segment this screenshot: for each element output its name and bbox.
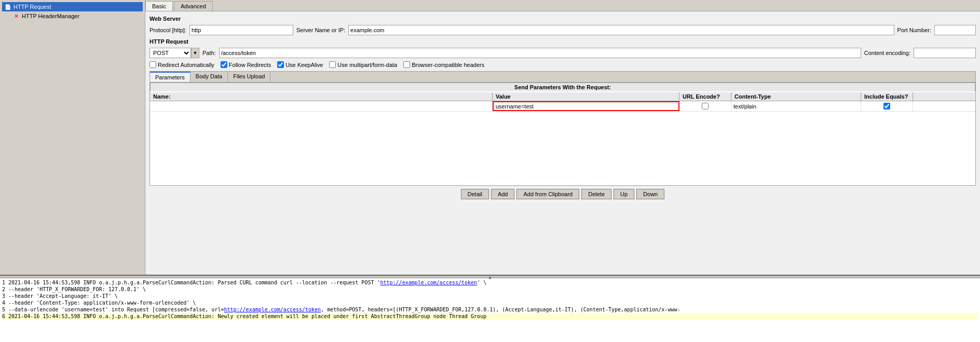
params-table-area: Send Parameters With the Request: Name: …: [149, 82, 976, 186]
table-row: username=test text/plain: [150, 101, 975, 112]
sub-tab-files[interactable]: Files Upload: [228, 72, 270, 82]
sub-tab-parameters[interactable]: Parameters: [150, 72, 190, 82]
log-line-6: 6 2021-04-16 15:44:53,598 INFO o.a.j.p.h…: [2, 313, 978, 320]
header-urlencode: URL Encode?: [679, 92, 731, 101]
server-label: Server Name or IP:: [296, 27, 345, 33]
checkbox-keepalive-input[interactable]: [277, 61, 284, 68]
checkbox-redirect[interactable]: Redirect Automatically: [149, 61, 214, 68]
sidebar-item-label-http-request: HTTP Request: [13, 4, 51, 10]
sidebar-item-http-request[interactable]: 📄 HTTP Request: [2, 2, 143, 11]
cell-urlencode: [679, 101, 731, 111]
protocol-label: Protocol [http]:: [149, 27, 186, 33]
checkbox-redirect-label: Redirect Automatically: [158, 62, 214, 68]
checkboxes-row: Redirect Automatically Follow Redirects …: [149, 61, 976, 68]
checkbox-browser-input[interactable]: [403, 61, 410, 68]
sidebar-item-label-header-manager: HTTP HeaderManager: [22, 13, 79, 19]
content-encoding-label: Content encoding:: [864, 50, 910, 56]
send-params-title: Send Parameters With the Request:: [150, 83, 975, 91]
sub-tabs-bar: Parameters Body Data Files Upload: [149, 71, 976, 82]
action-buttons: Detail Add Add from Clipboard Delete Up …: [149, 186, 976, 202]
checkbox-multipart[interactable]: Use multipart/form-data: [329, 61, 397, 68]
log-line-3: 3 --header 'Accept-Language: it-IT' \: [2, 293, 978, 299]
protocol-input[interactable]: [189, 25, 293, 35]
web-server-row: Protocol [http]: Server Name or IP: Port…: [149, 25, 976, 35]
path-input[interactable]: [219, 48, 861, 58]
cell-equals: [861, 101, 913, 111]
checkbox-follow-label: Follow Redirects: [229, 62, 271, 68]
add-from-clipboard-button[interactable]: Add from Clipboard: [516, 189, 579, 199]
sidebar: 📄 HTTP Request ✕ HTTP HeaderManager: [0, 0, 145, 275]
header-equals: Include Equals?: [861, 92, 913, 101]
web-server-title: Web Server: [149, 16, 976, 22]
log-link-1[interactable]: http://example.com/access/token: [380, 280, 477, 285]
checkbox-multipart-label: Use multipart/form-data: [337, 62, 397, 68]
tab-basic[interactable]: Basic: [145, 1, 173, 11]
add-button[interactable]: Add: [491, 189, 515, 199]
header-contenttype: Content-Type: [731, 92, 861, 101]
panel: Web Server Protocol [http]: Server Name …: [145, 11, 980, 207]
log-area: ▲ 1 2021-04-16 15:44:53,598 INFO o.a.j.p…: [0, 275, 980, 342]
log-line-1: 1 2021-04-16 15:44:53,598 INFO o.a.j.p.h…: [2, 279, 978, 286]
content-encoding-input[interactable]: [914, 48, 976, 58]
header-manager-icon: ✕: [12, 12, 20, 20]
log-content: 1 2021-04-16 15:44:53,598 INFO o.a.j.p.h…: [0, 278, 980, 342]
checkbox-browser[interactable]: Browser-compatible headers: [403, 61, 484, 68]
path-label: Path:: [202, 50, 216, 56]
header-name: Name:: [150, 92, 493, 101]
top-area: 📄 HTTP Request ✕ HTTP HeaderManager Basi…: [0, 0, 980, 275]
checkbox-redirect-input[interactable]: [149, 61, 156, 68]
equals-checkbox[interactable]: [883, 103, 890, 110]
content-area: Basic Advanced Web Server Protocol [http…: [145, 0, 980, 275]
header-value: Value: [493, 92, 679, 101]
log-line-2: 2 --header 'HTTP_X_FORWARDED_FOR: 127.0.…: [2, 286, 978, 293]
delete-button[interactable]: Delete: [581, 189, 611, 199]
port-label: Port Number:: [897, 27, 931, 33]
checkbox-multipart-input[interactable]: [329, 61, 336, 68]
checkbox-keepalive-label: Use KeepAlive: [285, 62, 323, 68]
cell-name: [150, 101, 493, 111]
detail-button[interactable]: Detail: [461, 189, 489, 199]
params-header-row: Name: Value URL Encode? Content-Type Inc…: [150, 92, 975, 101]
cell-value[interactable]: username=test: [493, 101, 679, 111]
port-input[interactable]: [934, 25, 976, 35]
down-button[interactable]: Down: [636, 189, 664, 199]
http-request-icon: 📄: [4, 3, 11, 10]
method-dropdown-btn[interactable]: ▼: [191, 48, 199, 58]
tabs-bar: Basic Advanced: [145, 0, 980, 11]
method-select[interactable]: POST GET PUT DELETE: [149, 48, 191, 58]
method-select-container: POST GET PUT DELETE ▼: [149, 48, 199, 58]
log-link-5[interactable]: http://example.com/access/token: [224, 307, 321, 312]
sidebar-item-header-manager[interactable]: ✕ HTTP HeaderManager: [2, 11, 143, 21]
sub-tab-body[interactable]: Body Data: [190, 72, 228, 82]
tab-advanced[interactable]: Advanced: [174, 1, 213, 11]
checkbox-browser-label: Browser-compatible headers: [412, 62, 484, 68]
http-request-title: HTTP Request: [149, 38, 976, 45]
log-line-5: 5 --data-urlencode 'username=test' into …: [2, 306, 978, 313]
checkbox-follow-input[interactable]: [221, 61, 227, 68]
server-name-input[interactable]: [348, 25, 894, 35]
checkbox-follow[interactable]: Follow Redirects: [221, 61, 271, 68]
checkbox-keepalive[interactable]: Use KeepAlive: [277, 61, 323, 68]
log-line-4: 4 --header 'Content-Type: application/x-…: [2, 299, 978, 306]
cell-contenttype: text/plain: [731, 101, 861, 111]
main-container: 📄 HTTP Request ✕ HTTP HeaderManager Basi…: [0, 0, 980, 342]
urlencode-checkbox[interactable]: [702, 103, 709, 110]
up-button[interactable]: Up: [614, 189, 634, 199]
http-request-row: POST GET PUT DELETE ▼ Path: Content enco…: [149, 48, 976, 58]
